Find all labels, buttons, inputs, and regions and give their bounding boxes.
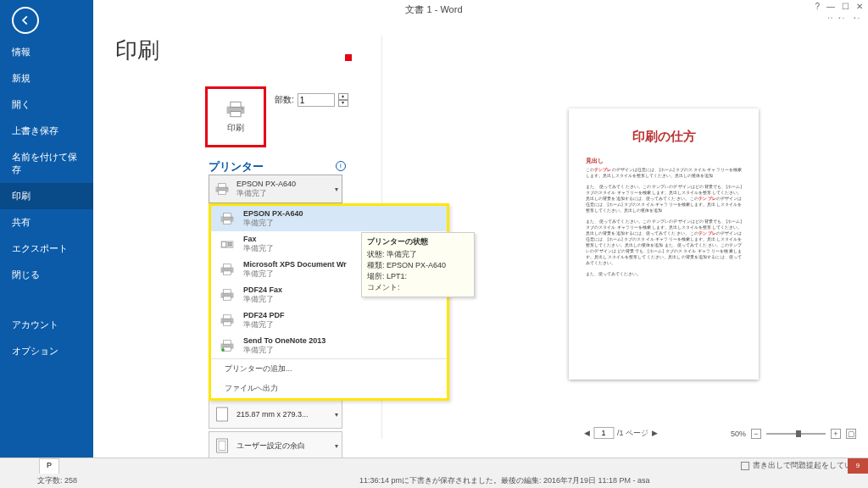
page-icon [213, 405, 231, 424]
zoom-slider[interactable] [766, 433, 826, 435]
page-count-label: /1 ページ [617, 428, 648, 439]
svg-rect-9 [224, 214, 231, 217]
svg-rect-20 [224, 271, 231, 274]
svg-rect-5 [219, 184, 226, 187]
printer-option-name: EPSON PX-A640 [243, 209, 303, 219]
tooltip-where: 場所: LPT1: [367, 271, 469, 282]
checklist-item: 書き出しで問題提起をしている [753, 461, 860, 469]
zoom-control[interactable]: 50% − + ▢ [731, 429, 856, 439]
info-icon[interactable]: i [336, 161, 346, 171]
print-to-file-link[interactable]: ファイルへ出力 [211, 379, 447, 398]
minimize-icon[interactable]: — [826, 2, 835, 11]
printer-option-name: PDF24 Fax [243, 286, 282, 295]
svg-rect-31 [217, 408, 228, 421]
svg-rect-19 [224, 264, 231, 268]
print-button-label: 印刷 [227, 122, 244, 134]
taskbar-tab[interactable]: P [39, 458, 59, 474]
prev-page-icon[interactable]: ◀ [584, 429, 590, 437]
svg-rect-13 [222, 242, 226, 247]
svg-rect-23 [224, 297, 231, 300]
sidebar-item-share[interactable]: 共有 [0, 209, 93, 236]
page-navigator[interactable]: ◀ /1 ページ ▶ [584, 427, 658, 439]
printer-option-pdf24pdf[interactable]: PDF24 PDF準備完了 [211, 308, 447, 333]
doc-title: 印刷の仕方 [586, 129, 742, 145]
printer-option-name: PDF24 PDF [243, 311, 285, 320]
printer-icon [218, 286, 236, 304]
svg-rect-29 [224, 347, 231, 351]
window-title: 文書 1 - Word [405, 3, 462, 16]
svg-rect-25 [224, 315, 231, 319]
copies-label: 部数: [275, 94, 294, 106]
chevron-down-icon: ▾ [335, 411, 338, 419]
autosave-status: 11:36:14 pmに下書きが保存されました。最後の編集: 2016年7月19… [359, 475, 650, 486]
sidebar-item-open[interactable]: 開く [0, 92, 93, 118]
chevron-down-icon: ▾ [335, 186, 338, 193]
printer-option-onenote[interactable]: Send To OneNote 2013準備完了 [211, 333, 447, 358]
checkbox-icon[interactable] [741, 462, 749, 470]
doc-para: また、使ってみてください。 [586, 271, 742, 277]
maximize-icon[interactable]: ☐ [842, 2, 849, 11]
paper-size-combo[interactable]: 215.87 mm x 279.3... ▾ [209, 400, 342, 429]
printer-icon [218, 336, 236, 355]
page-number-input[interactable] [593, 427, 614, 439]
margin-combo[interactable]: ユーザー設定の余白 ▾ [209, 431, 342, 460]
copies-input[interactable] [298, 93, 335, 107]
printer-option-name: Fax [243, 235, 274, 244]
tooltip-heading: プリンターの状態 [367, 236, 469, 247]
paper-size-text: 215.87 mm x 279.3... [236, 410, 330, 419]
svg-rect-17 [231, 245, 231, 246]
printer-option-epson[interactable]: EPSON PX-A640準備完了 [211, 206, 447, 231]
notification-badge[interactable]: 9 [848, 458, 868, 474]
sidebar-item-export[interactable]: エクスポート [0, 236, 93, 262]
backstage-sidebar: 情報 新規 開く 上書き保存 名前を付けて保存 印刷 共有 エクスポート 閉じる… [0, 0, 93, 458]
sidebar-item-saveas[interactable]: 名前を付けて保存 [0, 144, 93, 183]
sidebar-item-save[interactable]: 上書き保存 [0, 118, 93, 144]
doc-para: また、使ってみてください。このテンプレのデザインはどの背景でも、[ホーム] タブ… [586, 184, 742, 214]
doc-section-heading: 見出し [586, 157, 742, 165]
zoom-in-button[interactable]: + [831, 429, 841, 439]
close-icon[interactable]: ✕ [856, 2, 863, 11]
zoom-fit-button[interactable]: ▢ [846, 429, 856, 439]
svg-point-7 [226, 188, 227, 189]
printer-option-name: Send To OneNote 2013 [243, 336, 326, 346]
svg-rect-26 [224, 322, 231, 325]
annotation-marker [345, 54, 352, 61]
printer-option-status: 準備完了 [243, 320, 285, 330]
doc-para: また、使ってみてください。このテンプレのデザインはどの背景でも、[ホーム] タブ… [586, 219, 742, 266]
help-icon[interactable]: ? [815, 2, 820, 11]
tooltip-status: 状態: 準備完了 [367, 249, 469, 260]
printer-combo[interactable]: EPSON PX-A640 準備完了 ▾ [209, 175, 342, 203]
sidebar-item-options[interactable]: オプション [0, 338, 93, 364]
zoom-out-button[interactable]: − [751, 429, 761, 439]
word-count: 文字数: 258 [37, 475, 77, 486]
taskbar: P 文字数: 258 11:36:14 pmに下書きが保存されました。最後の編集… [0, 458, 868, 488]
svg-rect-16 [228, 245, 229, 246]
printer-tooltip: プリンターの状態 状態: 準備完了 種類: EPSON PX-A640 場所: … [361, 232, 475, 297]
preview-page: 印刷の仕方 見出し このテンプレのデザインは任意には、[ホーム] タブのスタイル… [569, 108, 759, 380]
sidebar-item-new[interactable]: 新規 [0, 65, 93, 92]
tooltip-type: 種類: EPSON PX-A640 [367, 260, 469, 271]
sidebar-item-close[interactable]: 閉じる [0, 262, 93, 288]
printer-option-status: 準備完了 [243, 244, 274, 253]
svg-point-3 [242, 108, 243, 109]
doc-para: このテンプレのデザインは任意には、[ホーム] タブのスタイル ギャラリーを検索し… [586, 167, 742, 179]
printer-icon [224, 100, 248, 119]
chevron-down-icon: ▾ [335, 442, 338, 450]
margin-icon [213, 436, 231, 455]
copies-spinner[interactable]: ▴▾ [338, 93, 348, 107]
print-button[interactable]: 印刷 [205, 86, 266, 147]
printer-status: 準備完了 [236, 189, 330, 198]
next-page-icon[interactable]: ▶ [652, 429, 658, 437]
printer-option-status: 準備完了 [243, 346, 326, 355]
zoom-value: 50% [731, 430, 746, 438]
svg-rect-10 [224, 220, 231, 224]
svg-rect-22 [224, 290, 231, 293]
svg-point-30 [221, 348, 225, 352]
back-button[interactable] [12, 7, 39, 34]
sidebar-item-account[interactable]: アカウント [0, 312, 93, 338]
fax-icon [218, 235, 236, 253]
add-printer-link[interactable]: プリンターの追加... [211, 359, 447, 379]
sidebar-item-print[interactable]: 印刷 [0, 183, 93, 209]
svg-rect-14 [228, 242, 229, 243]
sidebar-item-info[interactable]: 情報 [0, 39, 93, 65]
